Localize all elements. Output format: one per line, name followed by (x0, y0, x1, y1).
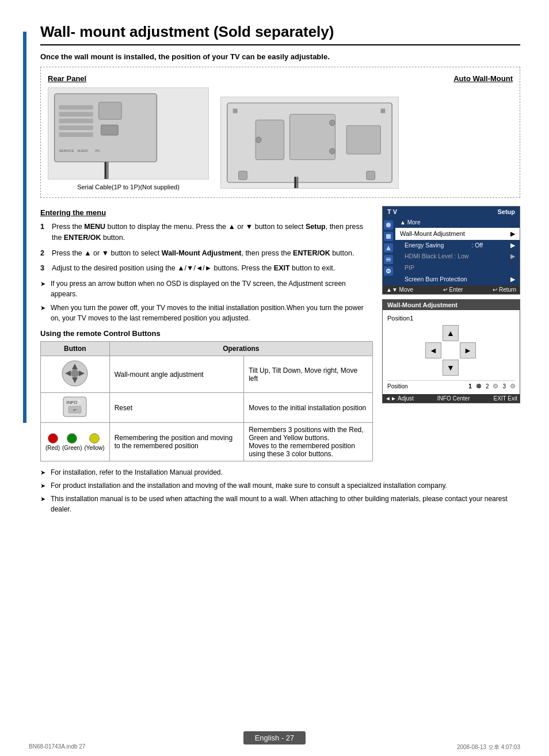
svg-point-20 (330, 148, 336, 154)
rear-panel-label: Rear Panel (48, 74, 86, 83)
pos-num-2: 2 (486, 383, 489, 390)
pos-dot-1 (476, 384, 481, 388)
tv-header-right: Setup (497, 208, 515, 215)
bottom-note-icon-3: ➤ (40, 494, 47, 514)
energy-arrow: ▶ (510, 241, 515, 250)
page: Wall- mount adjustment (Sold separately)… (0, 0, 549, 756)
subtitle: Once the wall mount is installed, the po… (40, 52, 520, 61)
sbp-arrow: ▶ (510, 275, 515, 284)
tv-icon-4 (384, 255, 393, 264)
wall-adj-body: Position1 ▲ ◄ ► ▼ Po (383, 310, 520, 394)
red-button-container: (Red) (45, 433, 60, 451)
bottom-note-text-1: For installation, refer to the Installat… (51, 467, 223, 478)
op-reset-label: Reset (109, 393, 244, 423)
yellow-label: (Yellow) (84, 445, 104, 451)
footer-right: 2008-08-13 오후 4:07:03 (457, 743, 520, 751)
svg-point-36 (386, 223, 391, 227)
tv-ui-sidebar (383, 217, 395, 285)
tv-header-left: T V (387, 208, 397, 215)
menu-energy: Energy Saving : Off ▶ (395, 240, 520, 251)
green-button-container: (Green) (62, 433, 82, 451)
note-2: ➤ When you turn the power off, your TV m… (40, 303, 373, 323)
pad-left: ◄ (425, 342, 441, 358)
svg-rect-24 (239, 171, 247, 180)
tv-ui-menu-items: ▲ More Wall-Mount Adjustment ▶ Energy Sa… (395, 217, 520, 285)
svg-rect-21 (346, 125, 380, 154)
red-button (48, 433, 58, 444)
pos-num-1: 1 (468, 383, 472, 390)
btn-nav-cross (41, 356, 110, 393)
tv-icon-1 (384, 220, 393, 230)
pad-empty-br (460, 360, 476, 376)
svg-text:SERVICE: SERVICE (59, 149, 74, 152)
svg-rect-17 (289, 114, 335, 160)
op-color-label: Remembering the position and moving to t… (109, 423, 244, 461)
footer-meta: BN68-01743A.indb 27 2008-08-13 오후 4:07:0… (29, 743, 520, 751)
step-1-num: 1 (40, 222, 48, 243)
bottom-notes: ➤ For installation, refer to the Install… (40, 467, 520, 514)
bottom-note-3: ➤ This installation manual is to be used… (40, 494, 520, 514)
right-column: T V Setup (382, 206, 520, 461)
pos-dot-2 (493, 384, 498, 388)
pos-dots-container: 1 2 3 (468, 383, 515, 390)
wall-adj-exit: EXIT Exit (493, 395, 517, 402)
wall-adj-pos-label: Position1 (387, 315, 515, 322)
menu-more: ▲ More (395, 217, 520, 228)
op-color-desc: Remembers 3 positions with the Red, Gree… (244, 423, 373, 461)
yellow-button (89, 433, 100, 444)
bottom-note-1: ➤ For installation, refer to the Install… (40, 467, 520, 478)
wall-adj-center: INFO Center (437, 395, 470, 402)
wall-adj-positions: Position 1 2 3 (387, 380, 515, 390)
svg-point-19 (330, 120, 336, 126)
svg-rect-37 (386, 234, 391, 239)
pos-num-3: 3 (502, 383, 506, 390)
yellow-button-container: (Yellow) (84, 433, 104, 451)
wall-adj-panel: Wall-Mount Adjustment Position1 ▲ ◄ ► ▼ (382, 299, 520, 403)
diagram-images: SERVICE AUDIO PC Serial Cable(1P to 1P)(… (48, 87, 513, 190)
svg-rect-7 (101, 125, 119, 135)
menu-wma: Wall-Mount Adjustment ▶ (395, 228, 520, 240)
menu-sbp: Screen Burn Protection ▶ (395, 274, 520, 285)
pad-up: ▲ (443, 325, 459, 341)
col-operations: Operations (109, 342, 372, 356)
step-3-num: 3 (40, 263, 48, 274)
bottom-note-icon-2: ➤ (40, 481, 47, 491)
svg-rect-25 (367, 171, 375, 180)
svg-text:↩: ↩ (73, 408, 77, 412)
step-2-num: 2 (40, 248, 48, 259)
footer-enter: ↵ Enter (443, 287, 463, 293)
svg-rect-6 (99, 102, 122, 120)
svg-rect-5 (59, 132, 93, 137)
svg-rect-2 (59, 112, 93, 116)
op-wma-label: Wall-mount angle adjustment (109, 356, 244, 393)
pad-down: ▼ (443, 360, 459, 376)
pad-empty-tl (425, 325, 441, 341)
svg-point-31 (71, 369, 79, 377)
bottom-note-icon-1: ➤ (40, 468, 47, 478)
step-2: 2 Press the ▲ or ▼ button to select Wall… (40, 248, 373, 259)
left-column: Entering the menu 1 Press the MENU butto… (40, 206, 373, 461)
svg-rect-3 (59, 119, 93, 123)
table-row: Wall-mount angle adjustment Tilt Up, Til… (41, 356, 373, 393)
red-label: (Red) (45, 445, 60, 451)
svg-rect-41 (386, 261, 391, 261)
svg-rect-40 (386, 258, 391, 258)
svg-text:INFO⬜: INFO⬜ (67, 399, 83, 405)
col-button: Button (41, 342, 110, 356)
auto-wall-mount-label: Auto Wall-Mount (453, 74, 513, 83)
pos-dot-3 (510, 384, 515, 388)
note-1: ➤ If you press an arrow button when no O… (40, 278, 373, 299)
page-number-badge: English - 27 (243, 731, 306, 744)
tv-ui-footer: ▲▼ Move ↵ Enter ↩ Return (383, 285, 520, 294)
auto-wall-mount-image (220, 97, 399, 190)
steps-list: 1 Press the MENU button to display the m… (40, 222, 373, 274)
content-area: Entering the menu 1 Press the MENU butto… (40, 206, 520, 461)
rear-panel-image: SERVICE AUDIO PC Serial Cable(1P to 1P)(… (48, 87, 209, 190)
wall-adj-header: Wall-Mount Adjustment (383, 300, 520, 310)
tv-icon-3 (384, 243, 393, 253)
tv-ui-main: ▲ More Wall-Mount Adjustment ▶ Energy Sa… (383, 217, 520, 285)
menu-pip: PIP (395, 262, 520, 274)
energy-label: Energy Saving (405, 241, 444, 250)
svg-text:PC: PC (96, 149, 101, 152)
wma-arrow: ▶ (510, 229, 515, 239)
